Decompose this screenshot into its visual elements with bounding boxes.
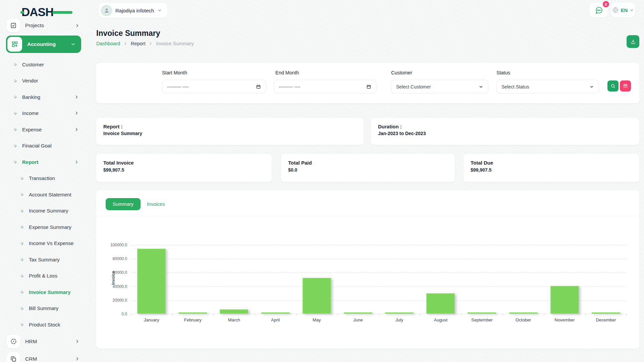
customer-select[interactable]: Select Customer — [391, 80, 488, 94]
sidebar-item-crm[interactable]: CRM — [0, 350, 88, 362]
language-selector[interactable]: EN — [611, 3, 635, 17]
sidebar-item-product-stock[interactable]: Product Stock — [0, 316, 88, 333]
sidebar-item-label: Expense — [22, 127, 42, 132]
total-card-value: $0.0 — [288, 167, 448, 173]
chevron-right-icon — [74, 160, 79, 165]
logo-text: DASH — [21, 5, 53, 18]
axis-tick — [585, 314, 586, 315]
axis-tick — [337, 314, 338, 315]
sidebar-item-account-statement[interactable]: Account Statement — [0, 186, 88, 203]
sidebar-item-label: Expense Summary — [29, 224, 71, 230]
report-label: Report : — [103, 124, 357, 129]
sidebar: Projects Accounting Customer Vendor Bank… — [0, 17, 88, 362]
y-tick-label: 100000.0 — [110, 243, 127, 247]
duration-info-card: Duration : Jan-2023 to Dec-2023 — [371, 118, 639, 145]
sidebar-item-vendor[interactable]: Vendor — [0, 73, 88, 89]
invoice-bar[interactable] — [592, 312, 620, 314]
invoice-bar[interactable] — [468, 312, 496, 314]
sidebar-item-income-summary[interactable]: Income Summary — [0, 203, 88, 219]
messages-button[interactable]: 0 — [590, 3, 608, 17]
invoice-bar[interactable] — [550, 286, 579, 314]
sidebar-item-label: Customer — [22, 62, 44, 67]
total-card-value: $99,907.5 — [103, 167, 265, 173]
axis-tick — [420, 314, 420, 315]
bullet-icon — [13, 128, 17, 131]
sidebar-item-label: Vendor — [22, 78, 38, 83]
status-select[interactable]: Select Status — [496, 80, 599, 94]
reset-filter-button[interactable] — [620, 80, 631, 92]
sidebar-item-label: CRM — [25, 356, 70, 362]
sidebar-item-banking[interactable]: Banking — [0, 89, 88, 105]
language-code: EN — [621, 7, 628, 13]
sidebar-item-income-vs-expense[interactable]: Income Vs Expense — [0, 235, 88, 252]
y-tick-label: 40000.0 — [113, 284, 127, 289]
apply-filter-button[interactable] — [607, 80, 619, 92]
invoice-bar[interactable] — [220, 309, 248, 314]
invoice-bar[interactable] — [137, 249, 166, 314]
end-month-input[interactable]: --------- ---- — [274, 80, 376, 94]
sidebar-item-accounting[interactable]: Accounting — [6, 36, 81, 53]
sidebar-item-label: Accounting — [27, 41, 65, 47]
invoice-bar[interactable] — [344, 312, 372, 314]
sidebar-item-label: Income — [22, 110, 39, 116]
axis-tick — [379, 314, 379, 315]
sidebar-item-tax-summary[interactable]: Tax Summary — [0, 251, 88, 268]
total-card-value: $99,907.5 — [471, 167, 632, 173]
chevron-right-icon — [75, 23, 80, 28]
bar-column-october — [503, 245, 544, 314]
sidebar-item-hrm[interactable]: HRM — [0, 333, 88, 350]
search-icon — [610, 83, 615, 88]
end-month-label: End Month — [275, 70, 299, 75]
axis-tick — [461, 314, 462, 315]
customer-label: Customer — [391, 70, 412, 75]
invoice-bar[interactable] — [509, 312, 538, 314]
sidebar-item-income[interactable]: Income — [0, 105, 88, 122]
filter-card: Start Month --------- ---- End Month ---… — [96, 63, 639, 103]
axis-tick — [626, 314, 627, 315]
sidebar-item-label: Account Statement — [29, 192, 71, 197]
sidebar-item-expense-summary[interactable]: Expense Summary — [0, 219, 88, 235]
messages-count-badge: 0 — [603, 1, 609, 7]
target-scan-icon — [7, 335, 20, 348]
sidebar-item-projects[interactable]: Projects — [0, 17, 88, 34]
overlap-squares-icon — [7, 352, 20, 362]
invoice-bar[interactable] — [426, 293, 455, 314]
download-button[interactable] — [627, 35, 639, 48]
invoice-bar[interactable] — [261, 312, 290, 314]
globe-icon — [612, 7, 619, 13]
sidebar-item-expense[interactable]: Expense — [0, 121, 88, 138]
breadcrumb: DashboardReportInvoice Summary — [96, 41, 639, 46]
sidebar-item-customer[interactable]: Customer — [0, 56, 88, 73]
sidebar-item-profit-loss[interactable]: Profit & Loss — [0, 268, 88, 284]
invoice-bar[interactable] — [385, 312, 414, 314]
sidebar-item-report[interactable]: Report — [0, 154, 88, 170]
sidebar-item-bill-summary[interactable]: Bill Summary — [0, 300, 88, 317]
start-month-input[interactable]: --------- ---- — [162, 80, 266, 94]
sidebar-item-invoice-summary[interactable]: Invoice Summary — [0, 284, 88, 300]
invoice-bar[interactable] — [178, 312, 207, 314]
tab-invoices[interactable]: Invoices — [147, 201, 165, 207]
breadcrumb-dashboard[interactable]: Dashboard — [96, 41, 120, 46]
bullet-icon — [20, 306, 23, 310]
x-tick-label: February — [172, 317, 213, 322]
sidebar-item-finacial-goal[interactable]: Finacial Goal — [0, 138, 88, 154]
sidebar-item-label: Bill Summary — [29, 305, 58, 311]
bar-column-march — [213, 245, 255, 314]
status-select-value: Select Status — [501, 84, 529, 89]
company-switcher[interactable]: Rajodiya infotech — [99, 3, 167, 18]
bullet-icon — [20, 290, 23, 294]
chevron-right-icon — [74, 111, 79, 116]
x-tick-label: March — [213, 317, 255, 322]
bullet-icon — [20, 193, 23, 196]
bullet-icon — [13, 144, 17, 147]
chevron-down-icon — [70, 42, 76, 47]
tab-summary[interactable]: Summary — [106, 198, 141, 210]
grid-plus-icon — [7, 37, 22, 52]
chevron-right-icon — [74, 95, 79, 100]
x-tick-label: April — [255, 317, 296, 322]
y-tick-label: 20000.0 — [113, 298, 127, 303]
sidebar-item-transaction[interactable]: Transaction — [0, 170, 88, 187]
bar-column-february — [172, 245, 213, 314]
report-info-card: Report : Invoice Summary — [96, 118, 364, 145]
invoice-bar[interactable] — [303, 278, 331, 314]
